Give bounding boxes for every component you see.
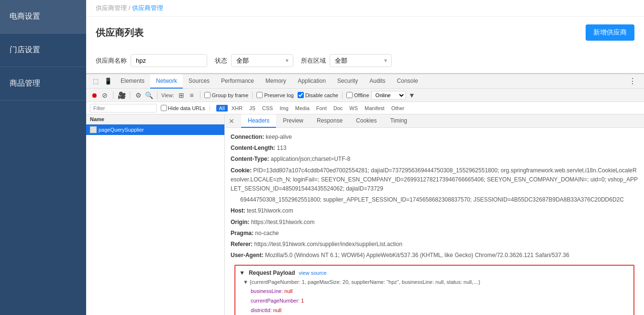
header-content-type: Content-Type: application/json;charset=U… [231,154,638,165]
sidebar-item-product-management[interactable]: 商品管理 [0,67,86,101]
sidebar-item-ecommerce-settings[interactable]: 电商设置 [0,0,86,34]
network-item-favicon [90,126,97,133]
group-by-frame-checkbox-label[interactable]: Group by frame [204,92,248,98]
detail-tab-headers[interactable]: Headers [241,114,276,128]
throttle-dropdown-icon[interactable]: ▼ [408,91,416,100]
tab-sources[interactable]: Sources [183,74,215,89]
disable-cache-checkbox-label[interactable]: Disable cache [298,92,338,98]
filter-other[interactable]: Other [389,105,408,112]
search-icon-button[interactable]: 🔍 [144,91,153,100]
detail-close-button[interactable]: ✕ [225,114,238,127]
detail-tab-response[interactable]: Response [310,114,349,128]
detail-tab-cookies[interactable]: Cookies [349,114,383,128]
filter-js[interactable]: JS [246,105,258,112]
filter-types: All XHR JS CSS Img Media Font Doc WS Man… [216,105,408,112]
view-list-icon[interactable]: ≡ [188,91,196,100]
filter-font[interactable]: Font [313,105,330,112]
view-source-link[interactable]: view source [299,270,327,276]
devtools-toolbar: ⏺ ⊘ 🎥 ⚙ 🔍 View: ⊞ ≡ Group by frame [86,89,644,102]
header-content-length: Content-Length: 113 [231,143,638,154]
payload-field-businessline: businessLine: null [239,287,630,296]
preserve-log-checkbox-label[interactable]: Preserve log [256,92,294,98]
payload-title: ▼ Request Payload view source [239,270,630,276]
devtools-device-icon[interactable]: 📱 [101,78,115,85]
new-supplier-button[interactable]: 新增供应商 [586,24,634,41]
group-by-frame-checkbox[interactable] [204,92,211,98]
toolbar-separator-2 [130,91,130,99]
search-status-label: 状态 [215,56,227,65]
sidebar-item-store-settings[interactable]: 门店设置 [0,34,86,67]
disable-cache-checkbox[interactable] [298,92,304,98]
toolbar-separator-5 [252,91,253,99]
search-status-select[interactable]: 全部 启用 禁用 [231,54,293,67]
detail-tab-timing[interactable]: Timing [383,114,414,128]
tab-security[interactable]: Security [332,74,364,89]
video-button[interactable]: 🎥 [117,91,126,100]
search-name-label: 供应商名称 [96,56,127,65]
tab-network[interactable]: Network [150,74,183,89]
header-pragma: Pragma: no-cache [231,228,638,239]
toolbar-separator-4 [200,91,200,99]
devtools-more-icon[interactable]: ⋮ [629,77,636,86]
breadcrumb-parent[interactable]: 供应商管理 [96,4,127,11]
request-payload-section: ▼ Request Payload view source ▼ {current… [234,265,634,315]
throttle-select[interactable]: Online Slow 3G Fast 3G [371,91,406,100]
main-content: 供应商管理 / 供应商管理 供应商列表 新增供应商 供应商名称 状态 全部 启用 [86,0,644,315]
filter-xhr[interactable]: XHR [229,105,245,112]
network-list: Name pageQuerySupplier [86,114,225,315]
filter-ws[interactable]: WS [346,105,361,112]
payload-field-currentpagenumber: currentPageNumber: 1 [239,296,630,306]
payload-field-districtid: districtId: null [239,306,630,315]
clear-button[interactable]: ⊘ [100,91,109,100]
tab-audits[interactable]: Audits [364,74,391,89]
tab-console[interactable]: Console [391,74,424,89]
filter-bar: Hide data URLs | All XHR JS CSS Img Medi… [86,102,644,114]
devtools-inspect-icon[interactable]: ⬚ [90,78,101,85]
devtools-main-tabs: ⬚ 📱 Elements Network Sources Performance… [86,74,644,89]
search-region-item: 所在区域 全部 ▼ [301,54,392,67]
record-button[interactable]: ⏺ [90,91,99,100]
offline-checkbox-label[interactable]: Offline [346,92,369,98]
search-name-input[interactable] [131,54,207,67]
network-item-pagequerysupplier[interactable]: pageQuerySupplier [86,124,224,135]
hide-data-urls-checkbox[interactable] [161,105,167,111]
view-label: View: [161,92,174,98]
search-status-select-wrapper: 全部 启用 禁用 ▼ [231,54,293,67]
hide-data-urls-label[interactable]: Hide data URLs [161,105,205,111]
tab-memory[interactable]: Memory [260,74,292,89]
payload-summary-toggle[interactable]: ▼ [243,279,248,285]
search-region-select[interactable]: 全部 [330,54,392,67]
header-connection: Connection: keep-alive [231,132,638,143]
search-region-label: 所在区域 [301,56,326,65]
search-bar: 供应商名称 状态 全部 启用 禁用 ▼ 所在区域 全部 [86,48,644,73]
tab-elements[interactable]: Elements [115,74,150,89]
filter-css[interactable]: CSS [259,105,276,112]
offline-checkbox[interactable] [346,92,353,98]
search-region-select-wrapper: 全部 ▼ [330,54,392,67]
toolbar-separator-1 [113,91,113,99]
detail-tabs: ✕ Headers Preview Response Cookies Timin… [225,114,644,128]
filter-input[interactable] [90,104,157,112]
detail-tab-preview[interactable]: Preview [276,114,310,128]
search-name-item: 供应商名称 [96,54,207,67]
filter-manifest[interactable]: Manifest [362,105,388,112]
header-referer: Referer: https://test.91hiwork.com/suppl… [231,239,638,250]
devtools-content: Name pageQuerySupplier ✕ Headers Preview… [86,114,644,315]
breadcrumb: 供应商管理 / 供应商管理 [86,0,644,17]
page-header: 供应商列表 新增供应商 [86,17,644,48]
payload-toggle-icon[interactable]: ▼ [239,270,245,276]
filter-all[interactable]: All [216,105,228,112]
filter-img[interactable]: Img [277,105,291,112]
tab-performance[interactable]: Performance [215,74,260,89]
view-grid-icon[interactable]: ⊞ [177,91,186,100]
filter-doc[interactable]: Doc [331,105,346,112]
filter-icon-button[interactable]: ⚙ [134,91,143,100]
tab-application[interactable]: Application [292,74,332,89]
payload-summary: ▼ {currentPageNumber: 1, pageMaxSize: 20… [239,279,630,285]
filter-separator: | [209,105,211,111]
preserve-log-checkbox[interactable] [256,92,263,98]
header-cookie-cont: 69444750308_1552962551800; supplier_APPL… [231,194,638,205]
filter-media[interactable]: Media [292,105,312,112]
header-user-agent: User-Agent: Mozilla/5.0 (Windows NT 6.1;… [231,250,638,261]
devtools-right-controls: ⋮ [629,77,640,86]
